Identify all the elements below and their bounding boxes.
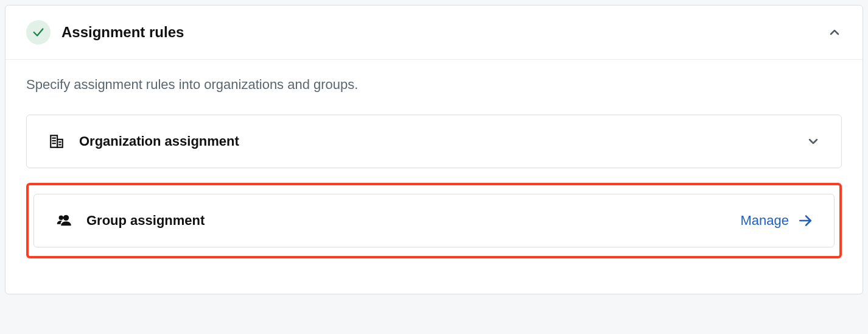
arrow-right-icon [797, 213, 813, 229]
chevron-up-icon[interactable] [827, 25, 842, 40]
panel-body: Specify assignment rules into organizati… [5, 60, 863, 294]
group-assignment-title: Group assignment [86, 213, 205, 229]
panel-title: Assignment rules [61, 24, 184, 41]
organization-assignment-row-wrap: Organization assignment [26, 115, 842, 168]
panel-description: Specify assignment rules into organizati… [26, 77, 842, 93]
group-icon [55, 211, 73, 230]
organization-assignment-title: Organization assignment [79, 133, 239, 149]
svg-rect-1 [57, 140, 63, 147]
manage-link-label: Manage [740, 213, 789, 229]
group-assignment-row[interactable]: Group assignment Manage [33, 194, 835, 247]
svg-point-8 [59, 216, 63, 220]
svg-point-7 [63, 215, 69, 221]
organization-icon [47, 132, 66, 151]
assignment-rules-panel: Assignment rules Specify assignment rule… [5, 5, 863, 294]
organization-assignment-row[interactable]: Organization assignment [26, 115, 842, 168]
group-assignment-row-wrap: Group assignment Manage [26, 183, 842, 258]
manage-link[interactable]: Manage [740, 213, 813, 229]
check-icon [26, 20, 51, 44]
chevron-down-icon[interactable] [806, 134, 821, 149]
panel-header[interactable]: Assignment rules [5, 5, 863, 60]
